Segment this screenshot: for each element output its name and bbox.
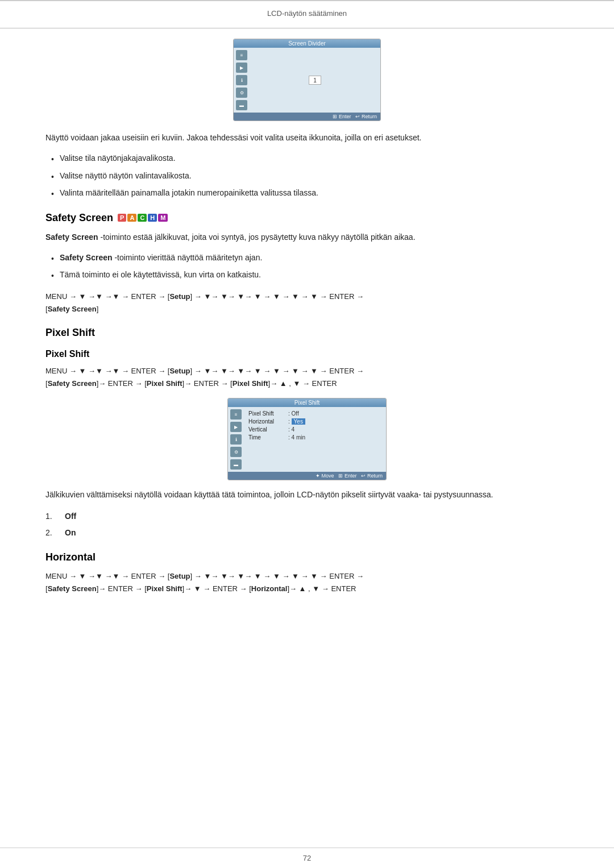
- pixel-shift-monitor: Pixel Shift ≡ ▶ ℹ ⚙ ▬ Pixel Shift : Off: [227, 398, 387, 480]
- safety-bullet-2: • Tämä toiminto ei ole käytettävissä, ku…: [51, 268, 569, 282]
- pixel-shift-subheading-text: Pixel Shift: [45, 349, 89, 359]
- pixel-monitor-titlebar: Pixel Shift: [228, 398, 386, 407]
- screen-divider-monitor: Screen Divider ≡ ▶ ℹ ⚙ ▬ 1: [233, 39, 381, 121]
- bullet-dot-1: •: [51, 153, 54, 165]
- safety-bullet-dot-2: •: [51, 269, 54, 282]
- screen-divider-image: Screen Divider ≡ ▶ ℹ ⚙ ▬ 1: [45, 39, 569, 121]
- monitor-body: ≡ ▶ ℹ ⚙ ▬ 1: [234, 48, 380, 113]
- pixel-sidebar-icon-1: ≡: [230, 409, 242, 420]
- pixel-selected-value: Yes: [292, 418, 305, 425]
- safety-bullet-dot-1: •: [51, 252, 54, 265]
- safety-screen-desc-text: -toiminto estää jälkikuvat, joita voi sy…: [101, 232, 416, 242]
- pixel-label-4: Time: [248, 434, 288, 441]
- badge-p: P: [118, 214, 126, 222]
- numbered-item-1: 1. Off: [45, 509, 569, 524]
- pixel-footer-enter: ⊞ Enter: [338, 473, 356, 479]
- bullet-item-3: • Valinta määritellään painamalla jotaki…: [51, 186, 569, 200]
- pixel-monitor-title: Pixel Shift: [294, 400, 320, 406]
- pixel-shift-image: Pixel Shift ≡ ▶ ℹ ⚙ ▬ Pixel Shift : Off: [45, 398, 569, 480]
- monitor-number: 1: [313, 77, 317, 84]
- pixel-value-2: : Yes: [288, 418, 381, 425]
- safety-screen-menu-nav: MENU → ▼ →▼ →▼ → ENTER → [Setup] → ▼→ ▼→…: [45, 290, 569, 315]
- monitor-main: 1: [252, 50, 378, 110]
- horizontal-heading: Horizontal: [45, 551, 569, 563]
- horizontal-menu-nav: MENU → ▼ →▼ →▼ → ENTER → [Setup] → ▼→ ▼→…: [45, 570, 569, 595]
- pixel-row-2: Horizontal : Yes: [248, 418, 381, 425]
- safety-bullet-text-1: Safety Screen -toiminto vierittää näyttö…: [60, 251, 262, 265]
- intro-text: Näyttö voidaan jakaa useisiin eri kuviin…: [45, 131, 569, 144]
- sidebar-icon-3: ℹ: [236, 75, 247, 85]
- pixel-monitor-body: ≡ ▶ ℹ ⚙ ▬ Pixel Shift : Off Horizontal: [228, 407, 386, 472]
- pixel-sidebar-icon-5: ▬: [230, 459, 242, 470]
- monitor-titlebar: Screen Divider: [234, 39, 380, 48]
- pixel-row-3: Vertical : 4: [248, 426, 381, 433]
- badge-a: A: [127, 214, 136, 222]
- monitor-footer-return: ↩ Return: [355, 114, 377, 119]
- pixel-row-4: Time : 4 min: [248, 434, 381, 441]
- sidebar-icon-1: ≡: [236, 50, 247, 60]
- sidebar-icon-2: ▶: [236, 63, 247, 73]
- safety-bullet-1: • Safety Screen -toiminto vierittää näyt…: [51, 251, 569, 265]
- pixel-monitor-footer: ✦ Move ⊞ Enter ↩ Return: [228, 472, 386, 480]
- numbered-list: 1. Off 2. On: [45, 509, 569, 540]
- pixel-shift-heading-text: Pixel Shift: [45, 327, 95, 339]
- pixel-value-3: : 4: [288, 426, 381, 433]
- bullet-item-2: • Valitse näyttö näytön valintavalikosta…: [51, 169, 569, 183]
- sidebar-icon-5: ▬: [236, 100, 247, 110]
- header-divider: [0, 28, 614, 28]
- page-footer: 72: [0, 848, 614, 868]
- pixel-value-4: : 4 min: [288, 434, 381, 441]
- monitor-title: Screen Divider: [288, 40, 326, 47]
- pixel-label-2: Horizontal: [248, 418, 288, 425]
- bullet-item-1: • Valitse tila näytönjakajavalikosta.: [51, 152, 569, 165]
- safety-bullet-text-2: Tämä toiminto ei ole käytettävissä, kun …: [60, 268, 261, 282]
- monitor-number-box: 1: [309, 76, 321, 85]
- pixel-sidebar-icon-2: ▶: [230, 422, 242, 432]
- top-border: [0, 0, 614, 1]
- numbered-text-2: On: [65, 526, 76, 540]
- safety-screen-bold: Safety Screen: [45, 232, 98, 242]
- monitor-footer-enter: ⊞ Enter: [333, 114, 351, 119]
- pixel-footer-return: ↩ Return: [361, 473, 383, 479]
- pixel-value-1: : Off: [288, 410, 381, 417]
- page-number: 72: [303, 854, 311, 862]
- horizontal-heading-text: Horizontal: [45, 551, 96, 563]
- pixel-sidebar-icon-4: ⚙: [230, 447, 242, 457]
- safety-screen-heading: Safety Screen P A C H M: [45, 212, 569, 224]
- main-content: Screen Divider ≡ ▶ ℹ ⚙ ▬ 1: [0, 33, 614, 836]
- bullet-text-2: Valitse näyttö näytön valintavalikosta.: [60, 169, 192, 183]
- pixel-shift-desc: Jälkikuvien välttämiseksi näytöllä voida…: [45, 488, 569, 501]
- numbered-text-1: Off: [65, 509, 76, 524]
- safety-screen-bullets: • Safety Screen -toiminto vierittää näyt…: [45, 251, 569, 283]
- monitor-sidebar: ≡ ▶ ℹ ⚙ ▬: [236, 50, 248, 110]
- pixel-shift-subheading: Pixel Shift: [45, 349, 569, 359]
- bullet-dot-3: •: [51, 188, 54, 200]
- badge-group: P A C H M: [118, 214, 168, 222]
- pixel-label-1: Pixel Shift: [248, 410, 288, 417]
- sidebar-icon-4: ⚙: [236, 88, 247, 98]
- pixel-shift-main-heading: Pixel Shift: [45, 327, 569, 339]
- pixel-footer-move: ✦ Move: [316, 473, 334, 479]
- bullet-text-1: Valitse tila näytönjakajavalikosta.: [60, 152, 176, 165]
- bullet-list-1: • Valitse tila näytönjakajavalikosta. • …: [45, 152, 569, 200]
- pixel-monitor-main: Pixel Shift : Off Horizontal : Yes Verti…: [246, 409, 384, 470]
- monitor-footer: ⊞ Enter ↩ Return: [234, 113, 380, 121]
- pixel-sidebar-icon-3: ℹ: [230, 434, 242, 445]
- pixel-label-3: Vertical: [248, 426, 288, 433]
- badge-c: C: [138, 214, 147, 222]
- safety-screen-desc: Safety Screen -toiminto estää jälkikuvat…: [45, 231, 569, 243]
- safety-screen-title: Safety Screen: [45, 212, 113, 224]
- page: LCD-näytön säätäminen Screen Divider ≡ ▶…: [0, 0, 614, 868]
- header-title: LCD-näytön säätäminen: [267, 9, 347, 18]
- bullet-dot-2: •: [51, 171, 54, 183]
- numbered-item-2: 2. On: [45, 526, 569, 540]
- pixel-row-1: Pixel Shift : Off: [248, 410, 381, 417]
- badge-h: H: [148, 214, 157, 222]
- bullet-text-3: Valinta määritellään painamalla jotakin …: [60, 186, 318, 200]
- pixel-shift-menu-nav: MENU → ▼ →▼ →▼ → ENTER → [Setup] → ▼→ ▼→…: [45, 365, 569, 390]
- page-header: LCD-näytön säätäminen: [0, 5, 614, 23]
- pixel-monitor-sidebar: ≡ ▶ ℹ ⚙ ▬: [230, 409, 243, 470]
- badge-m: M: [158, 214, 168, 222]
- numbered-num-2: 2.: [45, 526, 57, 540]
- numbered-num-1: 1.: [45, 509, 57, 524]
